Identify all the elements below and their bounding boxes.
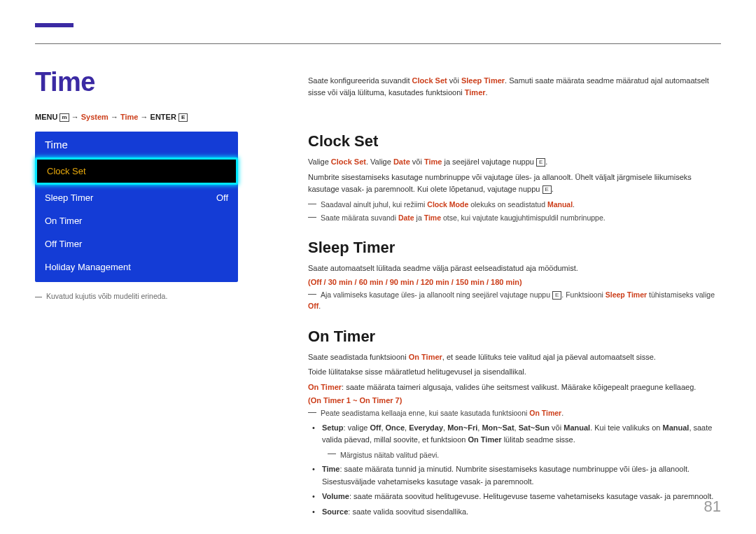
- sleeptimer-p1: Saate automaatselt lülitada seadme välja…: [308, 262, 721, 275]
- clockset-p2: Numbrite sisestamiseks kasutage numbrinu…: [308, 171, 721, 196]
- sleeptimer-note-1: Aja valimiseks kasutage üles- ja allanoo…: [308, 289, 721, 312]
- heading-clock-set: Clock Set: [308, 132, 721, 150]
- sleeptimer-options: (Off / 30 min / 60 min / 90 min / 120 mi…: [308, 278, 721, 286]
- enter-icon: E: [552, 291, 561, 300]
- clockset-p1: Valige Clock Set. Valige Date või Time j…: [308, 156, 721, 169]
- ontimer-p3: On Timer: saate määrata taimeri algusaja…: [308, 381, 721, 394]
- sim-item-holiday-management[interactable]: Holiday Management: [35, 255, 238, 282]
- clockset-note-2: Saate määrata suvandi Date ja Time otse,…: [308, 212, 721, 223]
- ontimer-volume: Volume: saate määrata soovitud helitugev…: [308, 491, 721, 503]
- accent-bar: [35, 23, 74, 27]
- sim-caption: Kuvatud kujutis võib mudeliti erineda.: [35, 292, 266, 300]
- page-title: Time: [35, 67, 266, 97]
- sim-title: Time: [35, 132, 238, 157]
- enter-icon: E: [536, 158, 545, 167]
- ontimer-source: Source: saate valida soovitud sisendalli…: [308, 506, 721, 519]
- left-column: Time MENU m → System → Time → ENTER E Ti…: [35, 67, 266, 521]
- intro-paragraph: Saate konfigureerida suvandit Clock Set …: [308, 75, 721, 99]
- sim-item-off-timer[interactable]: Off Timer: [35, 232, 238, 255]
- heading-sleep-timer: Sleep Timer: [308, 239, 721, 257]
- ontimer-time: Time: saate määrata tunnid ja minutid. N…: [308, 463, 721, 488]
- heading-on-timer: On Timer: [308, 328, 721, 346]
- menu-simulation: Time Clock Set Sleep TimerOff On Timer O…: [35, 132, 238, 282]
- page: Time MENU m → System → Time → ENTER E Ti…: [0, 0, 756, 534]
- ontimer-setup: Setup: valige Off, Once, Everyday, Mon~F…: [308, 422, 721, 447]
- sim-item-clock-set[interactable]: Clock Set: [35, 157, 238, 185]
- page-number: 81: [704, 498, 721, 516]
- enter-icon: E: [178, 113, 188, 122]
- clockset-note-1: Saadaval ainult juhul, kui režiimi Clock…: [308, 199, 721, 210]
- ontimer-p2: Toide lülitatakse sisse määratletud heli…: [308, 366, 721, 379]
- enter-icon: E: [542, 185, 552, 194]
- ontimer-p1: Saate seadistada funktsiooni On Timer, e…: [308, 351, 721, 364]
- right-column: Saate konfigureerida suvandit Clock Set …: [266, 67, 721, 521]
- ontimer-setup-subnote: Märgistus näitab valitud päevi.: [328, 449, 721, 461]
- horizontal-rule: [35, 43, 721, 44]
- ontimer-note-1: Peate seadistama kellaaja enne, kui saat…: [308, 407, 721, 419]
- sim-item-sleep-timer[interactable]: Sleep TimerOff: [35, 186, 238, 209]
- menu-icon: m: [59, 113, 69, 122]
- ontimer-options: (On Timer 1 ~ On Timer 7): [308, 396, 721, 405]
- menu-path: MENU m → System → Time → ENTER E: [35, 113, 266, 122]
- sim-item-on-timer[interactable]: On Timer: [35, 209, 238, 232]
